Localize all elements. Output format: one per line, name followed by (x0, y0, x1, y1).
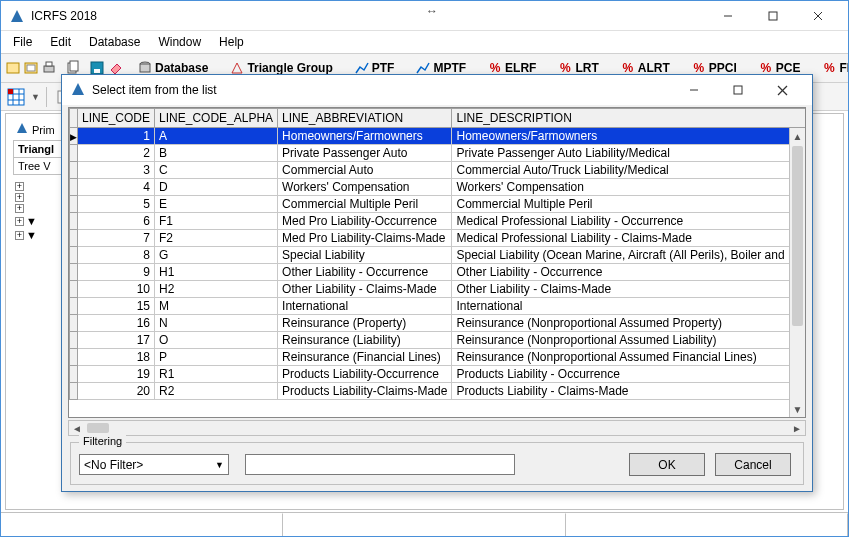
row-header[interactable] (70, 298, 78, 315)
cell-line-code-alpha[interactable]: F1 (155, 213, 278, 230)
menu-database[interactable]: Database (81, 33, 148, 51)
cell-line-description[interactable]: Reinsurance (Nonproportional Assumed Pro… (452, 315, 806, 332)
expand-icon[interactable]: + (15, 193, 24, 202)
filter-text-input[interactable] (245, 454, 515, 475)
cell-line-abbreviation[interactable]: Commercial Multiple Peril (278, 196, 452, 213)
cell-line-description[interactable]: Commercial Auto/Truck Liability/Medical (452, 162, 806, 179)
cell-line-code[interactable]: 20 (78, 383, 155, 400)
cell-line-abbreviation[interactable]: Products Liability-Claims-Made (278, 383, 452, 400)
menu-edit[interactable]: Edit (42, 33, 79, 51)
dialog-minimize-button[interactable] (672, 76, 716, 104)
col-header-line-code[interactable]: LINE_CODE (78, 109, 155, 128)
cell-line-code[interactable]: 19 (78, 366, 155, 383)
cell-line-description[interactable]: Private Passenger Auto Liability/Medical (452, 145, 806, 162)
cell-line-code[interactable]: 16 (78, 315, 155, 332)
cell-line-code[interactable]: 5 (78, 196, 155, 213)
table-row[interactable]: 4DWorkers' CompensationWorkers' Compensa… (70, 179, 807, 196)
print-icon[interactable] (41, 57, 57, 79)
row-header[interactable] (70, 230, 78, 247)
row-header[interactable] (70, 247, 78, 264)
scroll-thumb[interactable] (87, 423, 109, 433)
row-header[interactable] (70, 366, 78, 383)
cell-line-description[interactable]: Other Liability - Occurrence (452, 264, 806, 281)
cell-line-code[interactable]: 1 (78, 128, 155, 145)
table-row[interactable]: 16NReinsurance (Property)Reinsurance (No… (70, 315, 807, 332)
close-button[interactable] (795, 2, 840, 30)
triangle-tab[interactable]: Triangl (13, 140, 63, 158)
expand-icon[interactable]: + (15, 231, 24, 240)
row-header[interactable] (70, 315, 78, 332)
expand-icon[interactable]: + (15, 204, 24, 213)
expand-icon[interactable]: + (15, 182, 24, 191)
cell-line-abbreviation[interactable]: Special Liability (278, 247, 452, 264)
cell-line-abbreviation[interactable]: Reinsurance (Financial Lines) (278, 349, 452, 366)
dialog-close-button[interactable] (760, 76, 804, 104)
horizontal-scrollbar[interactable]: ◄ ► (68, 420, 806, 436)
cell-line-code[interactable]: 6 (78, 213, 155, 230)
ok-button[interactable]: OK (629, 453, 705, 476)
cell-line-code[interactable]: 2 (78, 145, 155, 162)
cell-line-code-alpha[interactable]: P (155, 349, 278, 366)
scroll-up-icon[interactable]: ▲ (790, 128, 805, 144)
dropdown-arrow-icon[interactable]: ▼ (31, 92, 40, 102)
row-header[interactable] (70, 383, 78, 400)
row-header[interactable] (70, 128, 78, 145)
cell-line-description[interactable]: Medical Professional Liability - Occurre… (452, 213, 806, 230)
tree-node[interactable]: +▼ (13, 228, 63, 242)
cell-line-code[interactable]: 8 (78, 247, 155, 264)
row-header[interactable] (70, 179, 78, 196)
tool-icon-1[interactable] (5, 57, 21, 79)
maximize-button[interactable] (750, 2, 795, 30)
menu-help[interactable]: Help (211, 33, 252, 51)
table-row[interactable]: 15MInternationalInternational (70, 298, 807, 315)
cell-line-code-alpha[interactable]: B (155, 145, 278, 162)
tree-node[interactable]: + (13, 203, 63, 214)
cell-line-code-alpha[interactable]: H2 (155, 281, 278, 298)
minimize-button[interactable] (705, 2, 750, 30)
vertical-scrollbar[interactable]: ▲ ▼ (789, 128, 805, 417)
menu-file[interactable]: File (5, 33, 40, 51)
table-row[interactable]: 20R2Products Liability-Claims-MadeProduc… (70, 383, 807, 400)
cell-line-description[interactable]: Homeowners/Farmowners (452, 128, 806, 145)
cell-line-description[interactable]: Products Liability - Occurrence (452, 366, 806, 383)
cell-line-abbreviation[interactable]: Private Passenger Auto (278, 145, 452, 162)
data-grid[interactable]: LINE_CODE LINE_CODE_ALPHA LINE_ABBREVIAT… (68, 107, 806, 418)
scroll-left-icon[interactable]: ◄ (69, 421, 85, 435)
row-header[interactable] (70, 196, 78, 213)
dialog-maximize-button[interactable] (716, 76, 760, 104)
table-row[interactable]: 19R1Products Liability-OccurrenceProduct… (70, 366, 807, 383)
cell-line-code-alpha[interactable]: D (155, 179, 278, 196)
cell-line-code-alpha[interactable]: E (155, 196, 278, 213)
col-header-line-code-alpha[interactable]: LINE_CODE_ALPHA (155, 109, 278, 128)
table-row[interactable]: 5ECommercial Multiple PerilCommercial Mu… (70, 196, 807, 213)
cell-line-code[interactable]: 9 (78, 264, 155, 281)
scroll-thumb[interactable] (792, 146, 803, 326)
cell-line-description[interactable]: Special Liability (Ocean Marine, Aircraf… (452, 247, 806, 264)
cell-line-description[interactable]: Reinsurance (Nonproportional Assumed Lia… (452, 332, 806, 349)
table-row[interactable]: 8GSpecial LiabilitySpecial Liability (Oc… (70, 247, 807, 264)
cell-line-code-alpha[interactable]: H1 (155, 264, 278, 281)
cell-line-code[interactable]: 10 (78, 281, 155, 298)
table-row[interactable]: 9H1Other Liability - OccurrenceOther Lia… (70, 264, 807, 281)
cell-line-code-alpha[interactable]: A (155, 128, 278, 145)
filter-dropdown[interactable]: <No Filter> ▼ (79, 454, 229, 475)
cell-line-code-alpha[interactable]: R1 (155, 366, 278, 383)
cell-line-code-alpha[interactable]: G (155, 247, 278, 264)
tree-node[interactable]: + (13, 192, 63, 203)
cell-line-description[interactable]: Products Liability - Claims-Made (452, 383, 806, 400)
col-header-line-description[interactable]: LINE_DESCRIPTION (452, 109, 806, 128)
cell-line-abbreviation[interactable]: Reinsurance (Property) (278, 315, 452, 332)
cell-line-code-alpha[interactable]: R2 (155, 383, 278, 400)
cell-line-code[interactable]: 3 (78, 162, 155, 179)
cell-line-abbreviation[interactable]: International (278, 298, 452, 315)
table-row[interactable]: 1AHomeowners/FarmownersHomeowners/Farmow… (70, 128, 807, 145)
cell-line-abbreviation[interactable]: Reinsurance (Liability) (278, 332, 452, 349)
row-header[interactable] (70, 213, 78, 230)
table-row[interactable]: 10H2Other Liability - Claims-MadeOther L… (70, 281, 807, 298)
cell-line-abbreviation[interactable]: Other Liability - Claims-Made (278, 281, 452, 298)
cell-line-abbreviation[interactable]: Products Liability-Occurrence (278, 366, 452, 383)
cell-line-code[interactable]: 4 (78, 179, 155, 196)
row-header[interactable] (70, 332, 78, 349)
cell-line-code-alpha[interactable]: O (155, 332, 278, 349)
row-header[interactable] (70, 281, 78, 298)
